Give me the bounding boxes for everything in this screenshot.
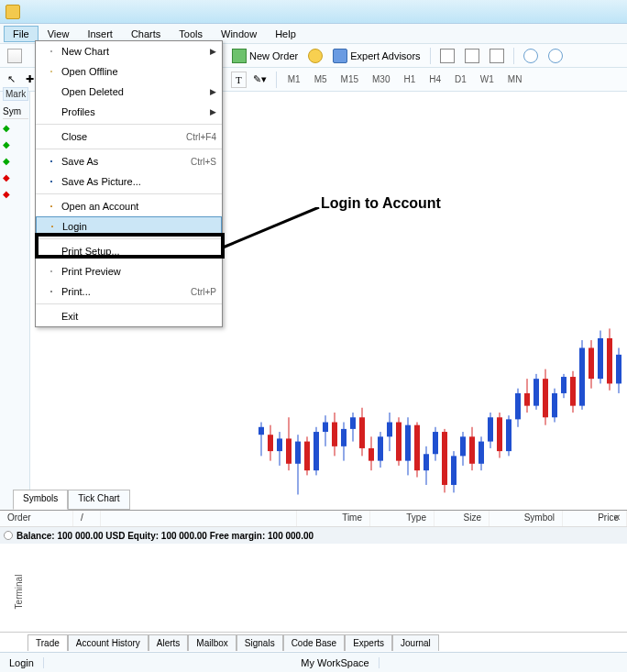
file-close[interactable]: CloseCtrl+F4 <box>36 127 222 147</box>
file-save-as[interactable]: Save AsCtrl+S <box>36 151 222 171</box>
cursor-tool[interactable]: ↖ <box>4 72 19 87</box>
menu-file[interactable]: File <box>4 26 38 42</box>
new-order-label: New Order <box>249 50 298 61</box>
col-order[interactable]: Order <box>0 511 73 526</box>
svg-rect-3 <box>268 435 273 451</box>
tf-mn[interactable]: MN <box>502 72 528 87</box>
chart-shift-btn[interactable] <box>461 47 483 65</box>
balance-text: Balance: 100 000.00 USD Equity: 100 000.… <box>16 531 314 541</box>
svg-rect-7 <box>286 438 292 463</box>
svg-rect-15 <box>323 423 328 433</box>
menu-insert[interactable]: Insert <box>78 26 122 42</box>
menu-separator <box>36 193 222 194</box>
tf-m5[interactable]: M5 <box>309 72 333 87</box>
down-arrow-icon: ◆ <box>3 189 16 202</box>
market-watch-table: Sym ◆ ◆ ◆ ◆ ◆ <box>3 105 28 205</box>
zoom-out-btn[interactable] <box>544 47 566 65</box>
app-icon <box>6 5 20 19</box>
terminal-tab-experts[interactable]: Experts <box>345 634 392 651</box>
terminal-tab-codebase[interactable]: Code Base <box>283 634 345 651</box>
menu-help[interactable]: Help <box>266 26 305 42</box>
expert-advisors-button[interactable]: Expert Advisors <box>329 47 424 65</box>
svg-rect-69 <box>570 377 576 406</box>
text-label-tool[interactable]: T <box>231 72 247 88</box>
terminal-tab-journal[interactable]: Journal <box>392 634 439 651</box>
col-size[interactable]: Size <box>434 511 490 526</box>
tf-w1[interactable]: W1 <box>475 72 500 87</box>
svg-rect-21 <box>350 417 356 429</box>
drawing-tool[interactable]: ✎▾ <box>249 72 270 87</box>
col-sort[interactable]: / <box>73 511 101 526</box>
label: Profiles <box>61 106 210 117</box>
menu-view[interactable]: View <box>38 26 79 42</box>
callout-line <box>223 207 324 253</box>
terminal-tab-mailbox[interactable]: Mailbox <box>188 634 236 651</box>
label: Login <box>62 221 215 232</box>
terminal-tab-alerts[interactable]: Alerts <box>148 634 189 651</box>
tick-chart-tab[interactable]: Tick Chart <box>68 490 129 510</box>
folder-icon <box>50 71 52 72</box>
indicators-btn[interactable] <box>486 47 508 65</box>
save-icon <box>50 160 52 162</box>
tf-h1[interactable]: H1 <box>398 72 421 87</box>
svg-rect-65 <box>552 393 557 417</box>
file-save-as-picture[interactable]: Save As Picture... <box>36 171 222 192</box>
menu-charts[interactable]: Charts <box>122 26 170 42</box>
svg-rect-75 <box>598 338 603 379</box>
tf-d1[interactable]: D1 <box>449 72 472 87</box>
terminal-close-button[interactable]: ✕ <box>610 512 623 525</box>
zoom-in-btn[interactable] <box>520 47 542 65</box>
terminal-tab-history[interactable]: Account History <box>68 634 148 651</box>
svg-rect-33 <box>405 425 411 461</box>
toolbar-new-chart[interactable] <box>4 47 26 65</box>
label: Close <box>61 131 179 142</box>
tf-m15[interactable]: M15 <box>336 72 364 87</box>
file-print-preview[interactable]: Print Preview <box>36 261 222 281</box>
svg-rect-9 <box>295 442 301 464</box>
tf-h4[interactable]: H4 <box>424 72 446 87</box>
market-watch-panel: Mark Sym ◆ ◆ ◆ ◆ ◆ <box>0 92 30 532</box>
col-symbol[interactable]: Symbol <box>490 511 563 526</box>
svg-rect-41 <box>442 432 447 485</box>
svg-rect-39 <box>433 432 438 454</box>
terminal-header: Order / Time Type Size Symbol Price <box>0 511 627 527</box>
col-time[interactable]: Time <box>297 511 370 526</box>
menu-tools[interactable]: Tools <box>170 26 212 42</box>
submenu-arrow-icon: ▶ <box>210 107 216 116</box>
file-login[interactable]: Login <box>36 216 222 237</box>
svg-rect-47 <box>469 436 475 463</box>
terminal-tabs: Trade Account History Alerts Mailbox Sig… <box>0 632 627 652</box>
svg-rect-71 <box>579 347 585 405</box>
menu-separator <box>36 149 222 149</box>
file-print-setup[interactable]: Print Setup... <box>36 241 222 261</box>
svg-rect-37 <box>424 454 429 470</box>
label: Exit <box>61 311 216 322</box>
file-exit[interactable]: Exit <box>36 306 222 326</box>
symbols-tab[interactable]: Symbols <box>13 490 68 510</box>
file-open-account[interactable]: Open an Account <box>36 196 222 216</box>
chart-scroll-icon <box>440 49 455 63</box>
new-order-button[interactable]: New Order <box>228 47 302 65</box>
file-print[interactable]: Print...Ctrl+P <box>36 281 222 302</box>
person-icon <box>50 205 52 207</box>
file-new-chart[interactable]: New Chart▶ <box>36 41 222 61</box>
label: Save As <box>61 156 183 167</box>
chart-scroll-btn[interactable] <box>436 47 458 65</box>
terminal-tab-trade[interactable]: Trade <box>28 634 68 651</box>
candlestick-chart <box>255 321 627 513</box>
tf-m30[interactable]: M30 <box>367 72 395 87</box>
svg-rect-13 <box>314 432 319 470</box>
menu-window[interactable]: Window <box>212 26 266 42</box>
col-type[interactable]: Type <box>370 511 434 526</box>
svg-rect-17 <box>332 423 337 446</box>
svg-rect-79 <box>616 355 622 384</box>
tf-m1[interactable]: M1 <box>282 72 306 87</box>
file-profiles[interactable]: Profiles▶ <box>36 102 222 122</box>
terminal-tab-signals[interactable]: Signals <box>236 634 283 651</box>
label: New Chart <box>61 46 210 57</box>
file-open-deleted[interactable]: Open Deleted▶ <box>36 82 222 102</box>
file-open-offline[interactable]: Open Offline <box>36 61 222 82</box>
svg-rect-55 <box>506 419 512 451</box>
expert-advisors-toggle[interactable] <box>304 47 326 65</box>
submenu-arrow-icon: ▶ <box>210 47 216 56</box>
